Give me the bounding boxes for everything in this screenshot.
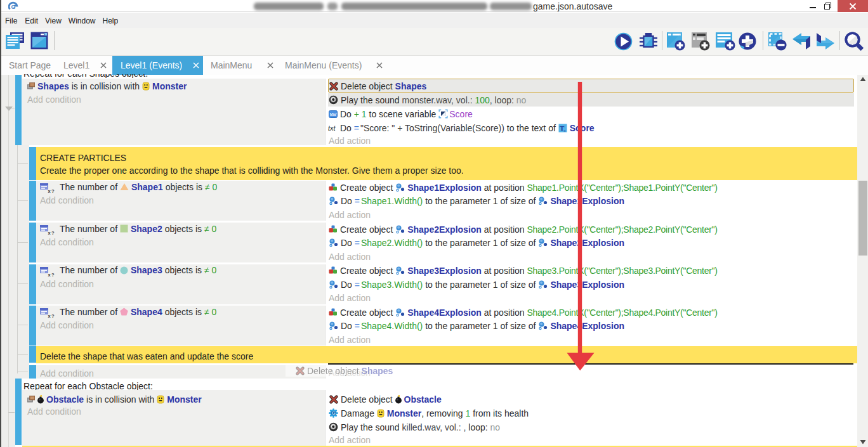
svg-text:?: ?: [51, 230, 55, 235]
svg-text:txt: txt: [328, 124, 336, 132]
svg-text:?: ?: [51, 271, 55, 276]
svg-text:x: x: [48, 230, 51, 235]
svg-text:x: x: [48, 271, 51, 276]
svg-text:x: x: [48, 188, 51, 193]
svg-text:?: ?: [51, 313, 55, 318]
svg-text:Var: Var: [330, 112, 337, 116]
svg-text:G: G: [332, 410, 336, 416]
svg-text:G: G: [11, 4, 16, 10]
svg-text:x: x: [48, 313, 51, 318]
svg-text:?: ?: [51, 188, 55, 193]
